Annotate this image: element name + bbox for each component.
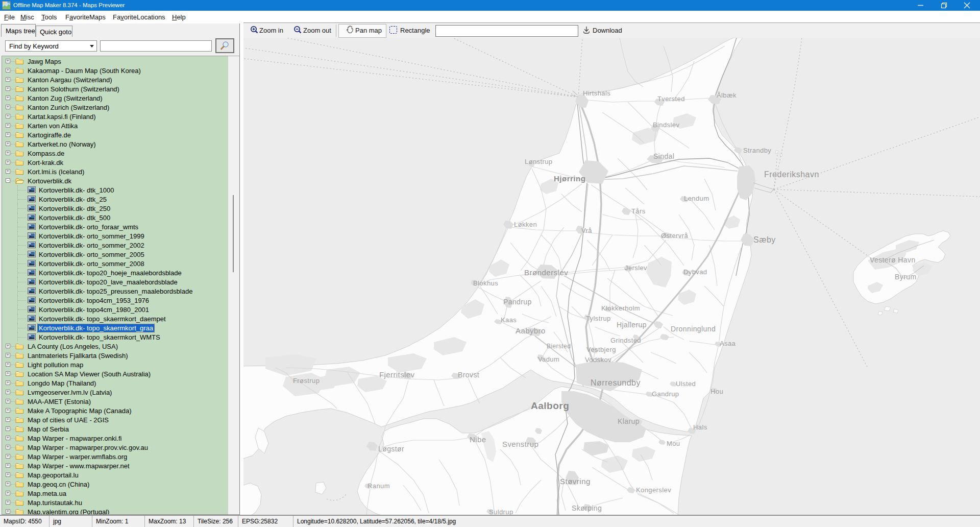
svg-text:Nibe: Nibe — [470, 435, 486, 444]
svg-text:Grindsted: Grindsted — [610, 337, 641, 344]
svg-text:Svenstrup: Svenstrup — [502, 440, 538, 448]
svg-text:Nørresundby: Nørresundby — [591, 378, 641, 387]
svg-text:Hou: Hou — [710, 388, 723, 395]
svg-text:Aalborg: Aalborg — [531, 400, 569, 411]
svg-text:Løkken: Løkken — [514, 221, 537, 228]
svg-text:Blokhus: Blokhus — [473, 279, 498, 287]
svg-text:Mou: Mou — [667, 440, 680, 447]
svg-text:Løgstør: Løgstør — [378, 445, 404, 453]
svg-text:Bindslev: Bindslev — [653, 121, 679, 129]
svg-text:Vadum: Vadum — [538, 355, 559, 363]
svg-text:Skørping: Skørping — [572, 504, 602, 512]
svg-text:Frederikshavn: Frederikshavn — [764, 170, 819, 179]
svg-text:Vestbjerg: Vestbjerg — [586, 346, 616, 353]
svg-text:Suldrup: Suldrup — [489, 508, 513, 515]
svg-text:Klokkerholm: Klokkerholm — [601, 304, 640, 312]
svg-text:Kongerslev: Kongerslev — [636, 486, 671, 494]
svg-text:Tversted: Tversted — [657, 95, 685, 103]
svg-text:Asaa: Asaa — [720, 340, 736, 347]
svg-text:Klarup: Klarup — [618, 417, 640, 425]
svg-text:Hirtshals: Hirtshals — [583, 89, 610, 97]
svg-text:Ranum: Ranum — [368, 482, 390, 490]
svg-text:Byrum: Byrum — [895, 273, 916, 281]
svg-text:Brovst: Brovst — [458, 371, 479, 379]
svg-text:Gandrup: Gandrup — [652, 390, 679, 398]
svg-text:Aabybro: Aabybro — [516, 326, 546, 335]
svg-text:Vodskov: Vodskov — [585, 356, 611, 364]
svg-text:Lønstrup: Lønstrup — [525, 158, 553, 165]
svg-text:Strandby: Strandby — [743, 147, 771, 154]
svg-text:Brønderslev: Brønderslev — [524, 268, 568, 277]
svg-text:Pandrup: Pandrup — [503, 298, 532, 306]
svg-text:Hjørring: Hjørring — [554, 174, 585, 183]
svg-text:Ålbæk: Ålbæk — [717, 91, 737, 99]
svg-text:Sindal: Sindal — [653, 152, 674, 160]
svg-text:Fjerritslev: Fjerritslev — [379, 370, 415, 379]
svg-text:Sæby: Sæby — [753, 235, 776, 244]
svg-text:Dronninglund: Dronninglund — [671, 325, 716, 333]
svg-text:Støvring: Støvring — [560, 477, 591, 486]
svg-text:Biersted: Biersted — [547, 343, 571, 350]
svg-text:Tårs: Tårs — [631, 207, 646, 215]
svg-text:Frøstrup: Frøstrup — [293, 377, 320, 385]
svg-text:Vesterø Havn: Vesterø Havn — [870, 256, 916, 264]
svg-text:Vrå: Vrå — [581, 227, 592, 234]
svg-text:Ulsted: Ulsted — [676, 380, 696, 388]
svg-text:Tylstrup: Tylstrup — [586, 315, 611, 322]
svg-text:Hjallerup: Hjallerup — [617, 321, 647, 329]
svg-text:Dybvad: Dybvad — [683, 268, 707, 276]
svg-text:Jerslev: Jerslev — [625, 264, 647, 272]
svg-text:Østervrå: Østervrå — [661, 232, 688, 239]
svg-text:Lendum: Lendum — [684, 195, 709, 202]
svg-text:Hals: Hals — [693, 423, 707, 431]
svg-text:Kaas: Kaas — [501, 316, 517, 324]
